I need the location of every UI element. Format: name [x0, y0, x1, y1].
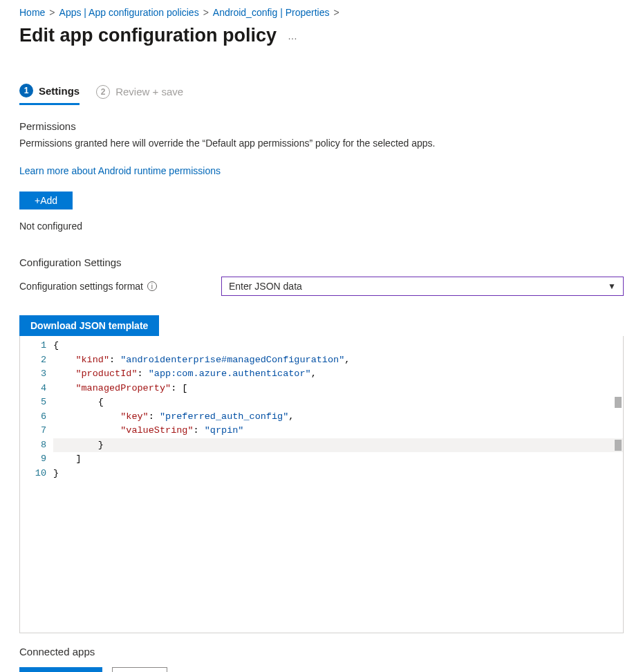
cancel-button[interactable]: Cancel — [112, 667, 167, 672]
config-format-label: Configuration settings format i — [19, 281, 213, 292]
editor-gutter: 1 2 3 4 5 6 7 8 9 10 — [20, 336, 53, 480]
tab-review-save[interactable]: 2 Review + save — [96, 85, 183, 104]
tab-review-number: 2 — [96, 85, 110, 99]
scrollbar-marker — [615, 440, 622, 451]
permissions-description: Permissions granted here will override t… — [19, 138, 624, 149]
breadcrumb-sep: > — [49, 7, 55, 18]
breadcrumb-sep: > — [333, 7, 339, 18]
learn-more-link[interactable]: Learn more about Android runtime permiss… — [19, 165, 221, 176]
tab-settings-number: 1 — [19, 84, 33, 97]
more-actions-icon[interactable]: … — [288, 30, 299, 41]
footer-bar: Review + save Cancel — [19, 667, 624, 672]
permissions-status: Not configured — [19, 221, 624, 232]
review-save-button[interactable]: Review + save — [19, 667, 102, 672]
breadcrumb-apps[interactable]: Apps | App configuration policies — [59, 7, 199, 18]
info-icon[interactable]: i — [147, 281, 157, 291]
json-editor[interactable]: 1 2 3 4 5 6 7 8 9 10 { "kind": "androide… — [19, 336, 624, 633]
download-json-template-button[interactable]: Download JSON template — [19, 315, 159, 336]
breadcrumb-sep: > — [203, 7, 209, 18]
chevron-down-icon: ▼ — [608, 281, 616, 291]
permissions-title: Permissions — [19, 120, 624, 132]
config-format-select[interactable]: Enter JSON data ▼ — [221, 277, 624, 296]
editor-code[interactable]: { "kind": "androidenterprise#managedConf… — [53, 336, 623, 480]
wizard-tabs: 1 Settings 2 Review + save — [19, 84, 624, 105]
connected-apps-title: Connected apps — [19, 646, 624, 657]
config-settings-title: Configuration Settings — [19, 256, 624, 268]
page-title: Edit app configuration policy — [19, 25, 277, 46]
scrollbar-marker — [615, 397, 622, 408]
breadcrumb: Home > Apps | App configuration policies… — [19, 6, 624, 22]
tab-settings[interactable]: 1 Settings — [19, 84, 80, 105]
add-button[interactable]: +Add — [19, 192, 73, 209]
tab-settings-label: Settings — [39, 85, 80, 97]
breadcrumb-properties[interactable]: Android_config | Properties — [213, 7, 330, 18]
tab-review-label: Review + save — [115, 86, 183, 97]
config-format-value: Enter JSON data — [229, 281, 302, 292]
breadcrumb-home[interactable]: Home — [19, 7, 45, 18]
